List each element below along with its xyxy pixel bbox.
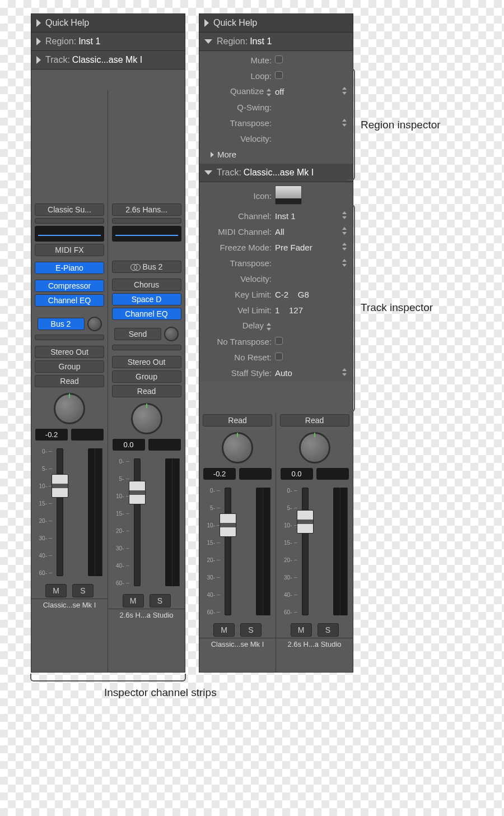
more-disclosure[interactable]: More — [199, 146, 353, 163]
channel-value[interactable]: Inst 1 — [275, 211, 353, 221]
output-slot[interactable]: Stereo Out — [35, 346, 104, 358]
staffstyle-value[interactable]: Auto — [275, 368, 353, 378]
channel-name[interactable]: Classic...se Mk I — [31, 599, 108, 612]
stepper-icon[interactable] — [266, 89, 272, 96]
solo-button[interactable]: S — [150, 594, 171, 608]
midifx-slot[interactable]: MIDI FX — [35, 244, 104, 256]
peak-readout[interactable] — [239, 468, 272, 480]
audiofx-slot[interactable]: Channel EQ — [112, 308, 181, 320]
region-header[interactable]: Region: Inst 1 — [199, 33, 353, 51]
quick-help-header[interactable]: Quick Help — [199, 14, 353, 33]
input-slot[interactable]: Bus 2 — [112, 261, 181, 273]
pan-knob[interactable] — [299, 432, 330, 463]
gain-readout[interactable]: 0.0 — [281, 468, 313, 480]
stepper-icon[interactable] — [266, 323, 272, 331]
stepper-icon[interactable] — [342, 259, 347, 267]
automation-mode[interactable]: Read — [112, 385, 181, 397]
level-meter — [256, 488, 270, 615]
solo-button[interactable]: S — [240, 623, 262, 637]
gain-readout[interactable]: -0.2 — [203, 468, 236, 480]
transpose-value[interactable] — [275, 259, 353, 267]
region-value: Inst 1 — [250, 36, 272, 47]
stepper-icon[interactable] — [342, 119, 347, 127]
setting-slot[interactable]: 2.6s Hans... — [112, 203, 181, 216]
pan-knob[interactable] — [131, 403, 162, 434]
channel-strip: Read -0.2 0-5-10-15-20-30-40-60- MS Clas… — [199, 413, 276, 672]
quantize-value[interactable]: off — [275, 87, 353, 96]
param-label: Key Limit: — [199, 290, 275, 299]
group-slot[interactable]: Group — [35, 360, 104, 373]
pan-knob[interactable] — [54, 393, 85, 424]
eq-thumb-slot[interactable] — [112, 218, 181, 224]
disclosure-right-icon — [211, 152, 214, 157]
setting-slot[interactable]: Classic Su... — [35, 203, 104, 216]
eq-thumb-slot[interactable] — [35, 218, 104, 224]
noreset-checkbox[interactable] — [275, 353, 283, 360]
audiofx-slot[interactable]: Compressor — [35, 280, 104, 292]
channel-name[interactable]: 2.6s H...a Studio — [108, 609, 185, 622]
mute-button[interactable]: M — [213, 623, 235, 637]
audiofx-slot[interactable]: Space D — [112, 293, 181, 305]
solo-button[interactable]: S — [72, 584, 94, 597]
send-knob[interactable] — [87, 317, 102, 331]
callout-channel-strips: Inspector channel strips — [104, 687, 217, 699]
vellimit-value[interactable]: 1 127 — [275, 305, 353, 315]
fader-scale: 0-5-10-15-20-30-40-60- — [110, 458, 129, 586]
keylimit-value[interactable]: C-2 G8 — [275, 290, 353, 299]
audiofx-slot[interactable]: Chorus — [112, 279, 181, 291]
instrument-slot[interactable]: E-Piano — [35, 262, 104, 274]
param-label: No Reset: — [199, 353, 275, 362]
automation-mode[interactable]: Read — [203, 414, 272, 426]
transpose-value[interactable] — [275, 119, 353, 127]
fader-cap[interactable] — [297, 510, 314, 534]
track-header[interactable]: Track: Classic...ase Mk I — [199, 164, 353, 182]
send-slot-empty[interactable] — [35, 335, 104, 340]
track-label: Track: — [217, 168, 241, 178]
notranspose-checkbox[interactable] — [275, 337, 283, 345]
mute-button[interactable]: M — [291, 623, 312, 637]
quick-help-header[interactable]: Quick Help — [31, 14, 185, 33]
param-label: Velocity: — [199, 274, 275, 284]
inspector-panel-collapsed: Quick Help Region: Inst 1 Track: Classic… — [31, 13, 185, 673]
eq-preview[interactable] — [35, 226, 104, 242]
send-knob[interactable] — [164, 327, 179, 341]
region-header[interactable]: Region: Inst 1 — [31, 33, 185, 51]
fader-cap[interactable] — [220, 513, 236, 537]
track-value: Classic...ase Mk I — [72, 55, 142, 65]
channel-name[interactable]: 2.6s H...a Studio — [276, 638, 353, 651]
param-label: Icon: — [199, 191, 275, 201]
audiofx-slot[interactable]: Channel EQ — [35, 294, 104, 307]
midichannel-value[interactable]: All — [275, 227, 353, 237]
mute-button[interactable]: M — [123, 594, 144, 608]
mute-button[interactable]: M — [45, 584, 67, 597]
gain-readout[interactable]: -0.2 — [35, 429, 68, 441]
fader-cap[interactable] — [129, 481, 146, 504]
gain-readout[interactable]: 0.0 — [113, 439, 145, 451]
freezemode-value[interactable]: Pre Fader — [275, 243, 353, 252]
loop-checkbox[interactable] — [275, 71, 283, 79]
peak-readout[interactable] — [71, 429, 104, 441]
eq-preview[interactable] — [112, 226, 181, 242]
pan-knob[interactable] — [222, 432, 253, 463]
send-slot[interactable]: Bus 2 — [38, 318, 85, 330]
send-slot[interactable]: Send — [114, 328, 161, 340]
stepper-icon[interactable] — [342, 211, 347, 219]
stepper-icon[interactable] — [342, 243, 347, 251]
track-icon[interactable] — [275, 186, 302, 205]
track-header[interactable]: Track: Classic...ase Mk I — [31, 51, 185, 69]
send-slot-empty[interactable] — [112, 345, 181, 350]
solo-button[interactable]: S — [318, 623, 339, 637]
output-slot[interactable]: Stereo Out — [112, 356, 181, 368]
more-label: More — [217, 150, 236, 159]
group-slot[interactable]: Group — [112, 370, 181, 383]
stepper-icon[interactable] — [342, 227, 347, 235]
channel-name[interactable]: Classic...se Mk I — [199, 638, 276, 651]
peak-readout[interactable] — [148, 439, 181, 451]
fader-cap[interactable] — [52, 474, 68, 498]
automation-mode[interactable]: Read — [35, 375, 104, 387]
mute-checkbox[interactable] — [275, 55, 283, 63]
stepper-icon[interactable] — [342, 368, 347, 376]
peak-readout[interactable] — [316, 468, 349, 480]
stepper-icon[interactable] — [342, 87, 347, 95]
automation-mode[interactable]: Read — [280, 414, 349, 426]
